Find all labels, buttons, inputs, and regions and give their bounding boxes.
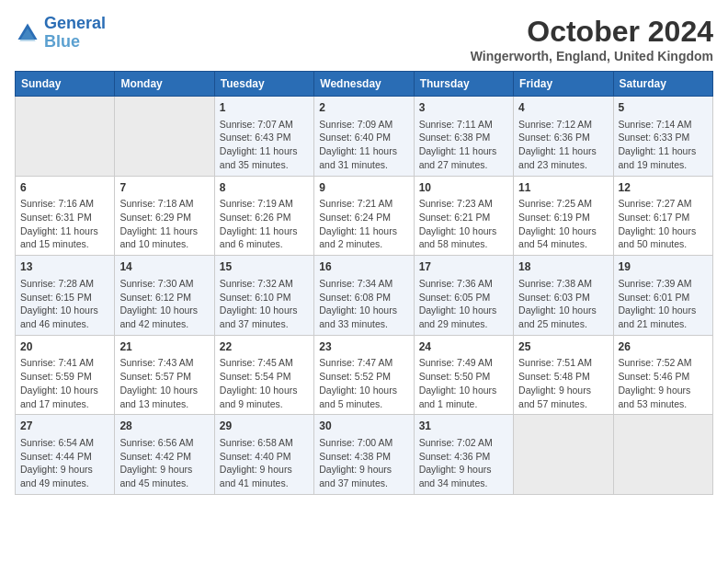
- day-number: 14: [119, 259, 209, 275]
- day-info: Sunrise: 7:16 AM Sunset: 6:31 PM Dayligh…: [20, 197, 109, 251]
- day-info: Sunrise: 7:47 AM Sunset: 5:52 PM Dayligh…: [319, 356, 408, 410]
- day-header-friday: Friday: [514, 72, 613, 97]
- day-info: Sunrise: 7:11 AM Sunset: 6:38 PM Dayligh…: [419, 118, 508, 172]
- day-header-sunday: Sunday: [16, 72, 115, 97]
- month-title: October 2024: [471, 15, 713, 49]
- calendar-cell: 7Sunrise: 7:18 AM Sunset: 6:29 PM Daylig…: [115, 176, 214, 256]
- calendar-cell: 23Sunrise: 7:47 AM Sunset: 5:52 PM Dayli…: [314, 335, 414, 415]
- calendar-cell: 30Sunrise: 7:00 AM Sunset: 4:38 PM Dayli…: [314, 415, 414, 495]
- calendar-cell: 17Sunrise: 7:36 AM Sunset: 6:05 PM Dayli…: [414, 256, 513, 336]
- day-info: Sunrise: 7:12 AM Sunset: 6:36 PM Dayligh…: [518, 118, 608, 172]
- calendar-cell: [115, 97, 214, 177]
- day-number: 19: [619, 259, 708, 275]
- day-info: Sunrise: 6:58 AM Sunset: 4:40 PM Dayligh…: [220, 436, 309, 490]
- day-number: 24: [419, 339, 508, 355]
- calendar-cell: 16Sunrise: 7:34 AM Sunset: 6:08 PM Dayli…: [314, 256, 414, 336]
- day-header-tuesday: Tuesday: [214, 72, 313, 97]
- day-info: Sunrise: 7:41 AM Sunset: 5:59 PM Dayligh…: [20, 356, 109, 410]
- day-number: 2: [319, 100, 408, 116]
- calendar-cell: 24Sunrise: 7:49 AM Sunset: 5:50 PM Dayli…: [414, 335, 513, 415]
- day-info: Sunrise: 7:14 AM Sunset: 6:33 PM Dayligh…: [619, 118, 708, 172]
- calendar-cell: 13Sunrise: 7:28 AM Sunset: 6:15 PM Dayli…: [16, 256, 115, 336]
- day-info: Sunrise: 7:38 AM Sunset: 6:03 PM Dayligh…: [518, 277, 608, 331]
- day-info: Sunrise: 7:00 AM Sunset: 4:38 PM Dayligh…: [319, 436, 408, 490]
- day-info: Sunrise: 7:09 AM Sunset: 6:40 PM Dayligh…: [319, 118, 408, 172]
- calendar-cell: 28Sunrise: 6:56 AM Sunset: 4:42 PM Dayli…: [115, 415, 214, 495]
- day-info: Sunrise: 7:18 AM Sunset: 6:29 PM Dayligh…: [119, 197, 209, 251]
- calendar-cell: 20Sunrise: 7:41 AM Sunset: 5:59 PM Dayli…: [16, 335, 115, 415]
- day-info: Sunrise: 6:54 AM Sunset: 4:44 PM Dayligh…: [20, 436, 109, 490]
- day-number: 29: [220, 419, 309, 434]
- day-header-wednesday: Wednesday: [314, 72, 414, 97]
- day-number: 9: [319, 180, 408, 196]
- calendar-cell: 4Sunrise: 7:12 AM Sunset: 6:36 PM Daylig…: [514, 97, 613, 177]
- day-info: Sunrise: 7:43 AM Sunset: 5:57 PM Dayligh…: [119, 356, 209, 410]
- location: Wingerworth, England, United Kingdom: [471, 49, 713, 63]
- calendar-cell: 22Sunrise: 7:45 AM Sunset: 5:54 PM Dayli…: [214, 335, 313, 415]
- calendar-cell: 5Sunrise: 7:14 AM Sunset: 6:33 PM Daylig…: [613, 97, 712, 177]
- day-number: 18: [518, 259, 608, 275]
- day-info: Sunrise: 7:39 AM Sunset: 6:01 PM Dayligh…: [619, 277, 708, 331]
- calendar-table: SundayMondayTuesdayWednesdayThursdayFrid…: [15, 71, 713, 495]
- logo-text: General Blue: [44, 15, 106, 52]
- day-info: Sunrise: 7:30 AM Sunset: 6:12 PM Dayligh…: [119, 277, 209, 331]
- calendar-cell: 2Sunrise: 7:09 AM Sunset: 6:40 PM Daylig…: [314, 97, 414, 177]
- day-header-thursday: Thursday: [414, 72, 513, 97]
- day-number: 1: [220, 100, 309, 116]
- day-info: Sunrise: 7:07 AM Sunset: 6:43 PM Dayligh…: [220, 118, 309, 172]
- day-number: 27: [20, 419, 109, 434]
- day-number: 25: [518, 339, 608, 355]
- calendar-cell: 31Sunrise: 7:02 AM Sunset: 4:36 PM Dayli…: [414, 415, 513, 495]
- day-number: 4: [518, 100, 608, 116]
- day-number: 15: [220, 259, 309, 275]
- day-number: 12: [619, 180, 708, 196]
- day-header-monday: Monday: [115, 72, 214, 97]
- day-info: Sunrise: 7:25 AM Sunset: 6:19 PM Dayligh…: [518, 197, 608, 251]
- day-info: Sunrise: 7:36 AM Sunset: 6:05 PM Dayligh…: [419, 277, 508, 331]
- day-number: 17: [419, 259, 508, 275]
- calendar-cell: 11Sunrise: 7:25 AM Sunset: 6:19 PM Dayli…: [514, 176, 613, 256]
- day-number: 11: [518, 180, 608, 196]
- calendar-cell: 19Sunrise: 7:39 AM Sunset: 6:01 PM Dayli…: [613, 256, 712, 336]
- calendar-cell: [16, 97, 115, 177]
- day-number: 3: [419, 100, 508, 116]
- page-header: General Blue October 2024 Wingerworth, E…: [15, 15, 713, 63]
- day-number: 10: [419, 180, 508, 196]
- day-number: 21: [119, 339, 209, 355]
- calendar-cell: [514, 415, 613, 495]
- day-number: 31: [419, 419, 508, 434]
- day-number: 16: [319, 259, 408, 275]
- day-info: Sunrise: 7:45 AM Sunset: 5:54 PM Dayligh…: [220, 356, 309, 410]
- day-info: Sunrise: 7:28 AM Sunset: 6:15 PM Dayligh…: [20, 277, 109, 331]
- day-number: 7: [119, 180, 209, 196]
- day-info: Sunrise: 7:23 AM Sunset: 6:21 PM Dayligh…: [419, 197, 508, 251]
- calendar-cell: 9Sunrise: 7:21 AM Sunset: 6:24 PM Daylig…: [314, 176, 414, 256]
- day-number: 23: [319, 339, 408, 355]
- calendar-cell: 12Sunrise: 7:27 AM Sunset: 6:17 PM Dayli…: [613, 176, 712, 256]
- day-info: Sunrise: 7:51 AM Sunset: 5:48 PM Dayligh…: [518, 356, 608, 410]
- day-number: 6: [20, 180, 109, 196]
- day-info: Sunrise: 7:52 AM Sunset: 5:46 PM Dayligh…: [619, 356, 708, 410]
- day-number: 5: [619, 100, 708, 116]
- calendar-cell: 10Sunrise: 7:23 AM Sunset: 6:21 PM Dayli…: [414, 176, 513, 256]
- day-info: Sunrise: 7:19 AM Sunset: 6:26 PM Dayligh…: [220, 197, 309, 251]
- logo: General Blue: [15, 15, 106, 52]
- day-info: Sunrise: 7:21 AM Sunset: 6:24 PM Dayligh…: [319, 197, 408, 251]
- day-number: 26: [619, 339, 708, 355]
- day-number: 20: [20, 339, 109, 355]
- day-number: 13: [20, 259, 109, 275]
- day-number: 30: [319, 419, 408, 434]
- calendar-cell: 21Sunrise: 7:43 AM Sunset: 5:57 PM Dayli…: [115, 335, 214, 415]
- calendar-cell: 26Sunrise: 7:52 AM Sunset: 5:46 PM Dayli…: [613, 335, 712, 415]
- calendar-cell: 14Sunrise: 7:30 AM Sunset: 6:12 PM Dayli…: [115, 256, 214, 336]
- day-info: Sunrise: 7:02 AM Sunset: 4:36 PM Dayligh…: [419, 436, 508, 490]
- calendar-cell: 1Sunrise: 7:07 AM Sunset: 6:43 PM Daylig…: [214, 97, 313, 177]
- title-block: October 2024 Wingerworth, England, Unite…: [471, 15, 713, 63]
- calendar-cell: 25Sunrise: 7:51 AM Sunset: 5:48 PM Dayli…: [514, 335, 613, 415]
- day-info: Sunrise: 7:34 AM Sunset: 6:08 PM Dayligh…: [319, 277, 408, 331]
- calendar-cell: 27Sunrise: 6:54 AM Sunset: 4:44 PM Dayli…: [16, 415, 115, 495]
- calendar-cell: [613, 415, 712, 495]
- calendar-cell: 18Sunrise: 7:38 AM Sunset: 6:03 PM Dayli…: [514, 256, 613, 336]
- day-info: Sunrise: 7:32 AM Sunset: 6:10 PM Dayligh…: [220, 277, 309, 331]
- day-info: Sunrise: 7:49 AM Sunset: 5:50 PM Dayligh…: [419, 356, 508, 410]
